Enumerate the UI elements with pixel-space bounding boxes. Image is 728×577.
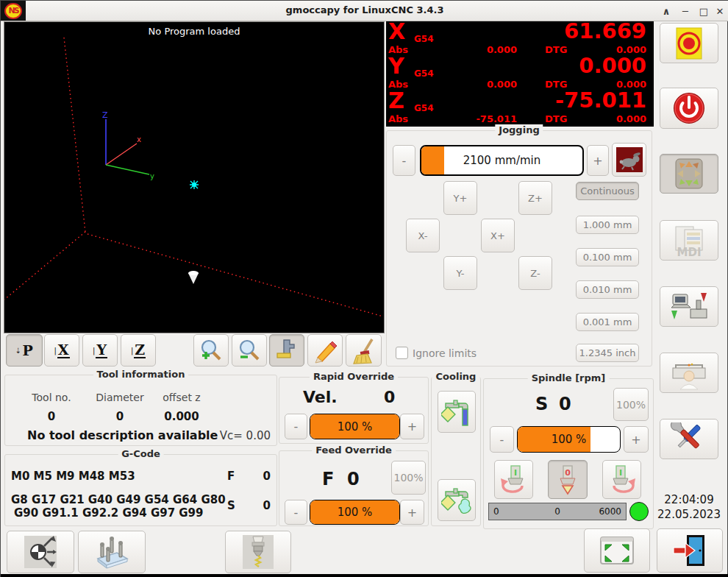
- fullscreen-button[interactable]: [584, 528, 650, 573]
- tool-info-frame: Tool information Tool no. Diameter offse…: [4, 375, 277, 446]
- spindle-override-slider[interactable]: 100 %: [517, 426, 621, 453]
- touch-off-button[interactable]: [7, 531, 74, 573]
- block-height-button[interactable]: [78, 531, 146, 573]
- feed-override-slider[interactable]: 100 %: [310, 500, 400, 525]
- jog-speed-slider[interactable]: 2100 mm/min: [420, 145, 584, 176]
- jog-z-plus-button[interactable]: Z+: [518, 181, 552, 215]
- jog-speed-plus-button[interactable]: +: [587, 145, 609, 176]
- dro-panel[interactable]: X G54 61.669 Abs 0.000 DTG 0.000 Y G54 0…: [386, 21, 654, 127]
- jog-x-plus-button[interactable]: X+: [481, 219, 515, 252]
- rapid-override-slider[interactable]: 100 %: [310, 414, 400, 439]
- increment-1mm-button[interactable]: 1.000 mm: [576, 216, 639, 234]
- close-button[interactable]: ✕: [713, 4, 727, 18]
- feed-plus-button[interactable]: +: [400, 500, 424, 525]
- mdi-icon: MDI: [670, 224, 708, 258]
- emergency-stop-icon: [671, 27, 707, 60]
- maximize-button[interactable]: □: [696, 4, 711, 18]
- minimize-button[interactable]: ─: [678, 4, 693, 18]
- feed-ovr-label: F: [322, 469, 334, 489]
- jog-z-minus-button[interactable]: Z-: [518, 256, 552, 290]
- tool-info-title: Tool information: [93, 369, 189, 380]
- dro-axis-z[interactable]: Z G54 -75.011 Abs -75.011 DTG 0.000: [386, 91, 654, 125]
- rapid-minus-button[interactable]: -: [285, 414, 307, 439]
- window-title: gmoccapy for LinuxCNC 3.4.3: [1, 4, 728, 15]
- axis-value: -75.011: [555, 88, 646, 113]
- mist-coolant-button[interactable]: [438, 479, 476, 521]
- spindle-stop-button[interactable]: 0: [548, 460, 588, 499]
- increment-inch-button[interactable]: 1.2345 inch: [576, 344, 639, 362]
- spindle-cw-button[interactable]: I: [602, 460, 641, 499]
- velocity-value: 0: [384, 388, 395, 406]
- zoom-in-button[interactable]: [193, 334, 229, 367]
- settings-button[interactable]: [660, 419, 718, 459]
- toggle-dimensions-button[interactable]: [269, 334, 304, 367]
- svg-text:I: I: [618, 468, 621, 478]
- rapid-override-frame: Rapid Override Vel. 0 - 100 % +: [279, 377, 429, 444]
- tool-measure-icon: [240, 534, 276, 570]
- mode-manual-button[interactable]: [660, 154, 718, 194]
- exit-button[interactable]: [657, 528, 723, 573]
- active-g-codes-line2: G90 G91.1 G92.2 G94 G97 G99: [14, 506, 204, 520]
- increment-continuous-button[interactable]: Continuous: [576, 182, 639, 200]
- jogging-frame: Jogging - 2100 mm/min + Y+ Z+ X- X+ Y- Z…: [386, 130, 652, 367]
- increment-0001mm-button[interactable]: 0.001 mm: [576, 313, 639, 331]
- draw-path-button[interactable]: [307, 334, 343, 367]
- mode-mdi-button[interactable]: MDI: [660, 220, 718, 261]
- gremlin-preview[interactable]: No Program loaded Z x y: [4, 21, 385, 333]
- machine-on-button[interactable]: [660, 88, 718, 129]
- feed-ovr-value: 0: [347, 469, 360, 489]
- ignore-limits-label: Ignore limits: [413, 347, 477, 359]
- active-m-codes: M0 M5 M9 M48 M53: [11, 470, 135, 483]
- dro-axis-y[interactable]: Y G54 0.000 Abs 0.000 DTG 0.000: [386, 56, 654, 91]
- spindle-minus-button[interactable]: -: [490, 426, 514, 453]
- gcode-frame: G-Code M0 M5 M9 M48 M53 F 0 G8 G17 G21 G…: [4, 454, 277, 526]
- estop-button[interactable]: [660, 23, 718, 63]
- tool-no-value: 0: [18, 410, 85, 423]
- feed-percent: 100 %: [310, 500, 399, 524]
- jog-turtle-rabbit-button[interactable]: [612, 143, 646, 177]
- jog-y-plus-button[interactable]: Y+: [443, 181, 477, 215]
- zoom-out-button[interactable]: [232, 334, 267, 367]
- diameter-header: Diameter: [88, 392, 152, 403]
- view-perspective-button[interactable]: ⇣P: [6, 334, 43, 367]
- dro-axis-x[interactable]: X G54 61.669 Abs 0.000 DTG 0.000: [386, 21, 654, 56]
- mode-auto-button[interactable]: [660, 286, 718, 327]
- coord-system: G54: [414, 34, 434, 44]
- flood-coolant-button[interactable]: [438, 391, 476, 433]
- dtg-label: DTG: [545, 113, 567, 124]
- jog-speed-minus-button[interactable]: -: [393, 145, 415, 176]
- increment-001mm-button[interactable]: 0.010 mm: [576, 280, 639, 299]
- ignore-limits-checkbox[interactable]: [396, 347, 408, 359]
- flood-icon: [441, 394, 472, 430]
- shade-window-button[interactable]: ∧: [659, 4, 674, 18]
- clear-plot-button[interactable]: [346, 334, 382, 367]
- z-axis-label: Z: [102, 110, 108, 120]
- spindle-ccw-button[interactable]: I: [494, 460, 533, 499]
- svg-text:MDI: MDI: [677, 246, 702, 258]
- increment-01mm-button[interactable]: 0.100 mm: [576, 248, 639, 266]
- jog-y-minus-button[interactable]: Y-: [443, 256, 477, 290]
- user-tabs-button[interactable]: [660, 353, 718, 393]
- clock-date: 22.05.2023: [652, 507, 726, 522]
- view-z-button[interactable]: |Z: [121, 334, 156, 367]
- velocity-label: Vel.: [303, 388, 338, 406]
- spindle-percent: 100 %: [518, 427, 620, 452]
- spindle-title: Spindle [rpm]: [528, 372, 610, 383]
- feed-minus-button[interactable]: -: [285, 500, 307, 525]
- vc-value: Vc= 0.00: [220, 429, 271, 442]
- abs-label: Abs: [388, 113, 408, 124]
- jog-x-minus-button[interactable]: X-: [406, 219, 440, 252]
- no-program-text: No Program loaded: [149, 26, 240, 37]
- spindle-plus-button[interactable]: +: [624, 426, 649, 453]
- zoom-out-icon: [236, 337, 263, 364]
- abs-value: 0.000: [452, 44, 517, 55]
- jog-keypad-icon: [672, 157, 706, 191]
- rapid-plus-button[interactable]: +: [400, 414, 424, 439]
- view-x-button[interactable]: |X: [44, 334, 79, 367]
- origin-axes: Z x y: [102, 110, 154, 180]
- view-y-button[interactable]: |Y: [82, 334, 118, 367]
- spindle-reset-100-button[interactable]: 100%: [613, 388, 649, 421]
- tool-change-button[interactable]: [225, 531, 291, 573]
- feed-reset-100-button[interactable]: 100%: [391, 461, 426, 495]
- offset-z-header: offset z: [154, 392, 210, 403]
